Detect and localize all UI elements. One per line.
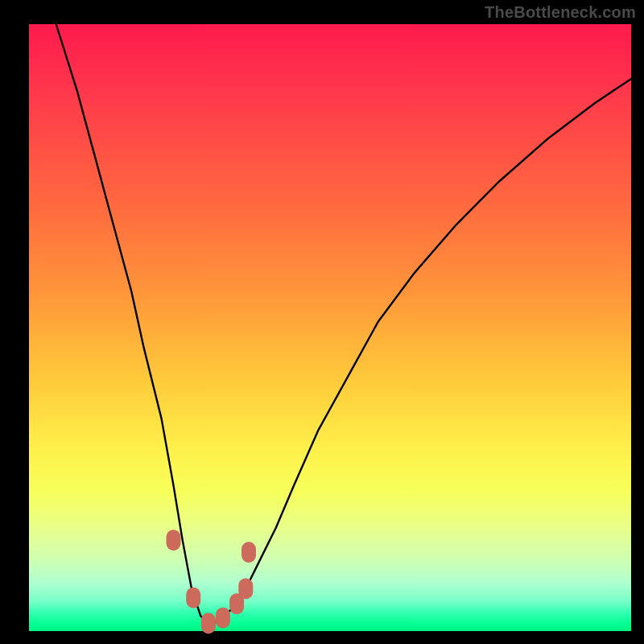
chart-frame: TheBottleneck.com <box>0 0 644 644</box>
bead <box>167 530 181 551</box>
primary-curve <box>56 24 631 625</box>
chart-overlay <box>0 0 644 644</box>
data-beads <box>167 530 257 634</box>
bead <box>216 607 230 628</box>
bead <box>238 578 253 599</box>
bead <box>186 588 200 609</box>
bead <box>242 542 256 563</box>
bead <box>201 613 216 634</box>
